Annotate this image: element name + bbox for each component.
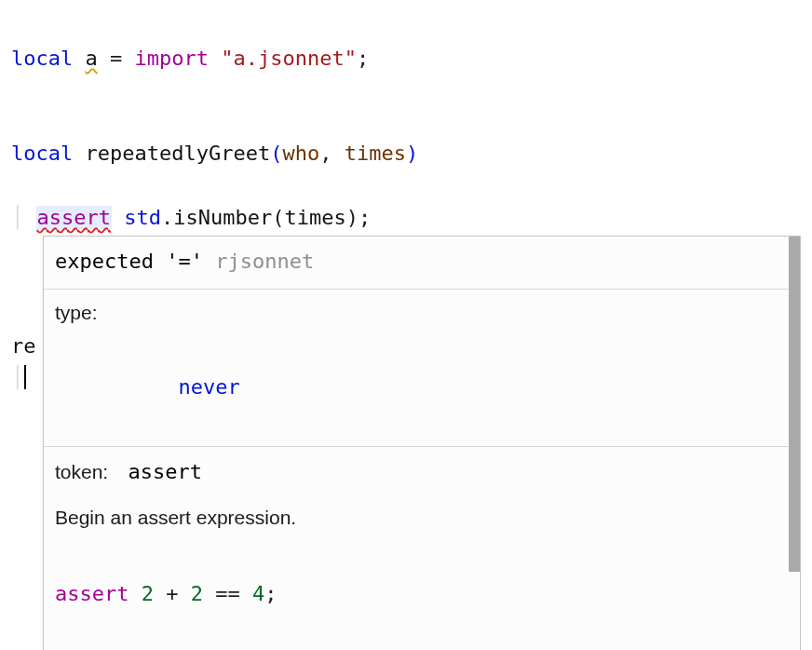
keyword-import: import bbox=[134, 47, 208, 70]
param-who: who bbox=[282, 142, 319, 165]
token-label: token: bbox=[55, 461, 108, 482]
param-times: times bbox=[345, 142, 406, 165]
keyword-local: local bbox=[11, 47, 73, 70]
string-literal: "a.jsonnet" bbox=[221, 47, 357, 70]
token-value: assert bbox=[128, 460, 201, 483]
std: std bbox=[124, 206, 161, 229]
isNumber: isNumber bbox=[173, 206, 272, 229]
trailing-bracket[interactable]: ]; bbox=[747, 293, 812, 388]
indent-guide: │ bbox=[11, 206, 36, 229]
comma: , bbox=[319, 142, 345, 165]
gutter-re[interactable]: re bbox=[11, 331, 43, 362]
arg-times: times bbox=[284, 206, 345, 229]
lparen: ( bbox=[272, 206, 284, 229]
example-1: assert 2 + 2 == 4; bbox=[55, 547, 789, 642]
gutter-cursor-line[interactable]: │ bbox=[11, 362, 43, 394]
type-value: never bbox=[178, 375, 239, 399]
code-line-1[interactable]: local a = import "a.jsonnet"; bbox=[11, 11, 801, 74]
semicolon: ; bbox=[359, 206, 371, 229]
function-name: repeatedlyGreet bbox=[85, 142, 270, 165]
diagnostic-source: rjsonnet bbox=[215, 250, 314, 273]
text-cursor bbox=[24, 365, 26, 389]
code-line-blank[interactable] bbox=[11, 74, 801, 106]
example-2: assert 1 < 2 : "one is smaller than two"… bbox=[55, 642, 789, 650]
equals: = bbox=[98, 47, 135, 70]
popup-row: re │ expected '=' rjsonnet type: never t… bbox=[11, 236, 801, 650]
diagnostic-message: expected '=' bbox=[55, 250, 215, 273]
type-label: type: bbox=[55, 299, 789, 327]
popup-type-section: type: never bbox=[44, 289, 800, 447]
identifier-a: a bbox=[85, 47, 97, 70]
token-description: Begin an assert expression. bbox=[55, 504, 789, 532]
keyword-assert: assert bbox=[36, 206, 112, 229]
lparen: ( bbox=[270, 142, 282, 165]
popup-header: expected '=' rjsonnet bbox=[44, 237, 800, 289]
popup-token-section: token: assert Begin an assert expression… bbox=[44, 446, 800, 650]
keyword-local: local bbox=[11, 142, 73, 165]
hover-popup[interactable]: expected '=' rjsonnet type: never token:… bbox=[43, 236, 801, 650]
code-line-3[interactable]: local repeatedlyGreet(who, times) bbox=[11, 106, 801, 169]
popup-scrollbar[interactable] bbox=[789, 237, 800, 572]
code-line-4[interactable]: │ assert std.isNumber(times); bbox=[11, 169, 801, 233]
rparen: ) bbox=[406, 142, 418, 165]
semicolon: ; bbox=[357, 47, 369, 70]
rparen: ) bbox=[346, 206, 359, 229]
dot: . bbox=[161, 206, 173, 229]
